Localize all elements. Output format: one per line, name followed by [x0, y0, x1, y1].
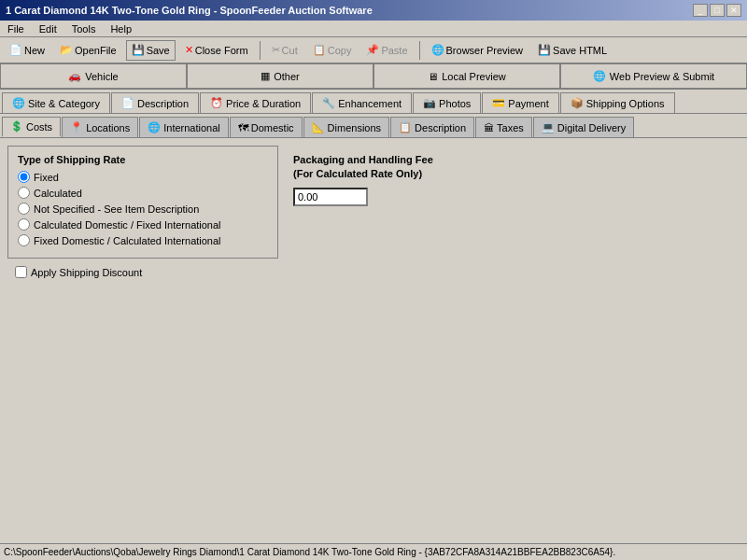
main-window: 1 Carat Diamond 14K Two-Tone Gold Ring -… [0, 0, 747, 560]
radio-fixed-label[interactable]: Fixed [34, 172, 59, 183]
tab-other[interactable]: ▦ Other [187, 63, 374, 88]
tab-price-duration[interactable]: ⏰ Price & Duration [200, 92, 311, 113]
window-controls: _ □ ✕ [693, 4, 741, 17]
radio-calc-domestic-label[interactable]: Calculated Domestic / Fixed Internationa… [34, 219, 221, 231]
site-category-icon: 🌐 [12, 97, 25, 109]
save-html-icon: 💾 [538, 44, 551, 56]
tab-taxes[interactable]: 🏛 Taxes [475, 117, 532, 137]
radio-calculated-option: Calculated [18, 187, 268, 199]
tab-site-category[interactable]: 🌐 Site & Category [2, 92, 110, 113]
second-tab-bar: 🌐 Site & Category 📄 Description ⏰ Price … [0, 90, 747, 114]
toolbar: 📄 New 📂 OpenFile 💾 Save ✕ Close Form ✂ C… [0, 37, 747, 63]
radio-fixed-domestic-label[interactable]: Fixed Domestic / Calculated Internationa… [34, 235, 221, 246]
top-tab-bar: 🚗 Vehicle ▦ Other 🖥 Local Preview 🌐 Web … [0, 63, 747, 90]
paste-button[interactable]: 📌 Paste [360, 40, 413, 61]
menu-file[interactable]: File [4, 22, 28, 35]
close-button[interactable]: ✕ [726, 4, 741, 17]
tab-photos[interactable]: 📷 Photos [413, 92, 481, 113]
domestic-icon: 🗺 [238, 122, 248, 133]
cut-icon: ✂ [272, 44, 280, 56]
radio-not-specified-option: Not Specified - See Item Description [18, 203, 268, 215]
tab-payment[interactable]: 💳 Payment [482, 92, 558, 113]
paste-icon: 📌 [366, 44, 379, 56]
tab-local-preview[interactable]: 🖥 Local Preview [374, 63, 560, 88]
photo-icon: 📷 [423, 97, 436, 109]
tab-web-preview[interactable]: 🌐 Web Preview & Submit [560, 63, 747, 88]
fee-title-line2: (For Calculated Rate Only) [293, 167, 732, 181]
radio-not-specified-label[interactable]: Not Specified - See Item Description [34, 203, 199, 215]
clock-icon: ⏰ [210, 97, 223, 109]
tab-costs[interactable]: 💲 Costs [2, 117, 61, 137]
shipping-rate-title: Type of Shipping Rate [18, 154, 268, 165]
separator-1 [260, 41, 261, 60]
tab-description2[interactable]: 📋 Description [390, 117, 474, 137]
title-bar: 1 Carat Diamond 14K Two-Tone Gold Ring -… [0, 0, 747, 21]
menu-edit[interactable]: Edit [35, 22, 61, 35]
fee-input[interactable]: 0.00 [293, 188, 368, 206]
locations-icon: 📍 [70, 121, 83, 133]
barcode-icon: ▦ [261, 70, 270, 82]
browser-preview-button[interactable]: 🌐 Browser Preview [426, 40, 529, 61]
fee-section: Packaging and Handling Fee (For Calculat… [286, 146, 740, 214]
close-form-button[interactable]: ✕ Close Form [179, 40, 254, 61]
vehicle-icon: 🚗 [68, 70, 81, 82]
apply-discount-row: Apply Shipping Discount [7, 266, 278, 278]
international-icon: 🌐 [148, 121, 161, 133]
maximize-button[interactable]: □ [710, 4, 725, 17]
radio-fixed-domestic[interactable] [18, 234, 30, 246]
fee-title: Packaging and Handling Fee (For Calculat… [293, 153, 732, 182]
fee-title-line1: Packaging and Handling Fee [293, 153, 732, 167]
radio-fixed-option: Fixed [18, 171, 268, 183]
copy-icon: 📋 [313, 44, 326, 56]
dimensions-icon: 📐 [312, 121, 325, 133]
radio-calc-domestic[interactable] [18, 218, 30, 231]
open-file-button[interactable]: 📂 OpenFile [54, 40, 122, 61]
digital-delivery-icon: 💻 [542, 121, 555, 133]
packaging-fee-panel: Packaging and Handling Fee (For Calculat… [286, 146, 740, 278]
close-form-icon: ✕ [185, 44, 193, 56]
tab-international[interactable]: 🌐 International [139, 117, 229, 137]
save-html-button[interactable]: 💾 Save HTML [532, 40, 613, 61]
radio-fixed-domestic-option: Fixed Domestic / Calculated Internationa… [18, 234, 268, 246]
new-button[interactable]: 📄 New [4, 40, 50, 61]
content-area: Type of Shipping Rate Fixed Calculated N… [0, 138, 747, 286]
radio-calc-domestic-option: Calculated Domestic / Fixed Internationa… [18, 218, 268, 231]
radio-calculated[interactable] [18, 187, 30, 199]
taxes-icon: 🏛 [484, 122, 494, 133]
tab-description[interactable]: 📄 Description [111, 92, 199, 113]
menu-tools[interactable]: Tools [68, 22, 100, 35]
tab-locations[interactable]: 📍 Locations [62, 117, 138, 137]
monitor-icon: 🖥 [428, 71, 438, 82]
cut-button[interactable]: ✂ Cut [266, 40, 303, 61]
radio-fixed[interactable] [18, 171, 30, 183]
save-button[interactable]: 💾 Save [126, 40, 176, 61]
copy-button[interactable]: 📋 Copy [307, 40, 358, 61]
save-icon: 💾 [132, 44, 145, 56]
radio-not-specified[interactable] [18, 203, 30, 215]
browser-preview-icon: 🌐 [431, 44, 444, 56]
tab-shipping-options[interactable]: 📦 Shipping Options [560, 92, 675, 113]
description-icon: 📄 [121, 97, 134, 109]
globe-icon: 🌐 [593, 70, 606, 82]
new-icon: 📄 [9, 44, 22, 56]
radio-calculated-label[interactable]: Calculated [34, 188, 82, 199]
menu-help[interactable]: Help [106, 22, 135, 35]
shipping-rate-group: Type of Shipping Rate Fixed Calculated N… [7, 146, 278, 259]
payment-icon: 💳 [492, 97, 505, 109]
wrench-icon: 🔧 [322, 97, 335, 109]
minimize-button[interactable]: _ [693, 4, 708, 17]
tab-vehicle[interactable]: 🚗 Vehicle [0, 63, 187, 88]
shipping-rate-panel: Type of Shipping Rate Fixed Calculated N… [7, 146, 278, 278]
tab-digital-delivery[interactable]: 💻 Digital Delivery [533, 117, 634, 137]
description2-icon: 📋 [399, 121, 412, 133]
tab-domestic[interactable]: 🗺 Domestic [230, 117, 303, 137]
apply-discount-label[interactable]: Apply Shipping Discount [31, 267, 142, 278]
tab-enhancement[interactable]: 🔧 Enhancement [312, 92, 412, 113]
shipping-icon: 📦 [571, 97, 584, 109]
apply-discount-checkbox[interactable] [15, 266, 27, 278]
separator-2 [419, 41, 420, 60]
menu-bar: File Edit Tools Help [0, 21, 747, 37]
costs-icon: 💲 [10, 120, 23, 133]
tab-dimensions[interactable]: 📐 Dimensions [303, 117, 389, 137]
third-tab-bar: 💲 Costs 📍 Locations 🌐 International 🗺 Do… [0, 114, 747, 138]
